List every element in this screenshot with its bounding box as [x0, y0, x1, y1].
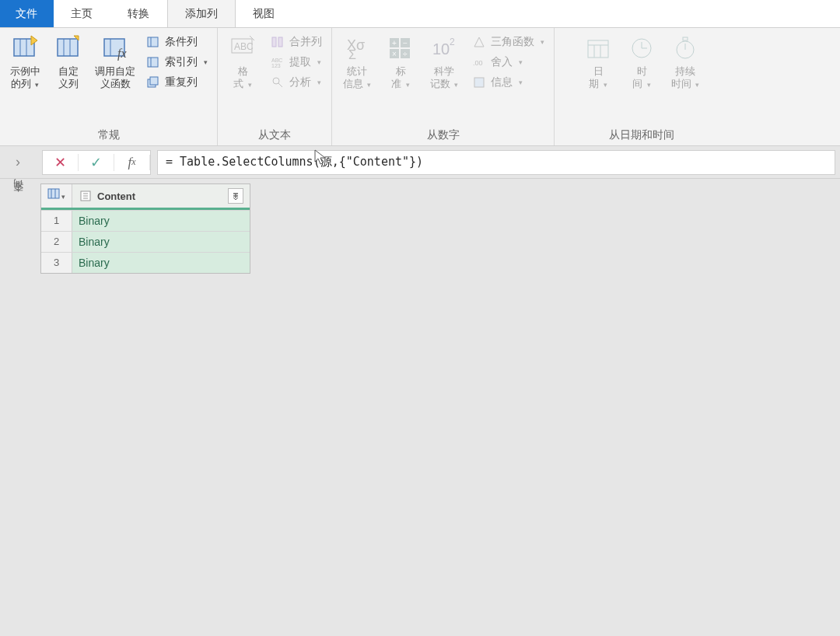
row-number: 2: [41, 232, 72, 252]
svg-text:−: −: [403, 39, 408, 47]
column-header-content[interactable]: Content: [72, 184, 250, 208]
group-label-text: 从文本: [222, 125, 327, 144]
formula-bar: › ✕ ✓ fx: [0, 146, 840, 179]
accept-formula-button[interactable]: ✓: [79, 154, 114, 171]
svg-rect-29: [401, 38, 410, 47]
group-label-datetime: 从日期和时间: [578, 125, 705, 144]
svg-text:×: ×: [392, 50, 397, 58]
svg-rect-13: [148, 58, 158, 67]
information-icon: [472, 75, 486, 89]
svg-rect-28: [390, 38, 399, 47]
select-all-corner[interactable]: ▾: [41, 184, 72, 208]
standard-button: +−×÷ 标 准 ▾: [380, 31, 421, 91]
invoke-custom-function-button[interactable]: fx 调用自定 义函数: [92, 31, 138, 90]
tab-transform[interactable]: 转换: [110, 0, 167, 27]
index-column-button[interactable]: 索引列▾: [142, 53, 212, 72]
cancel-formula-button[interactable]: ✕: [43, 154, 79, 171]
time-button: 时 间 ▾: [621, 31, 662, 91]
tab-file[interactable]: 文件: [0, 0, 54, 27]
merge-columns-button: 合并列: [266, 33, 327, 51]
svg-text:fx: fx: [117, 47, 127, 61]
duplicate-column-button[interactable]: 重复列: [142, 73, 212, 92]
svg-rect-40: [474, 78, 484, 87]
duplicate-column-icon: [146, 75, 160, 89]
custom-column-button[interactable]: 自定 义列: [48, 31, 89, 90]
ribbon-group-datetime: 日 期 ▾ 时 间 ▾ 持续 时间 ▾ 从日期和时间: [555, 28, 729, 145]
formula-controls: ✕ ✓ fx: [42, 150, 151, 175]
tab-add-column[interactable]: 添加列: [167, 0, 236, 27]
svg-point-48: [677, 41, 694, 58]
statistics-button: XσΣ 统计 信息 ▾: [337, 31, 377, 91]
scientific-icon: 102: [431, 34, 457, 61]
row-number: 1: [41, 211, 72, 231]
merge-columns-icon: [271, 35, 285, 49]
trigonometry-button: 三角函数▾: [467, 33, 549, 51]
formula-input[interactable]: [157, 150, 835, 175]
data-grid: ▾ Content 1 Binary: [40, 183, 250, 274]
column-expand-button[interactable]: [228, 188, 243, 204]
svg-text:ABC: ABC: [234, 41, 254, 52]
svg-text:.00: .00: [473, 59, 483, 67]
cell-content[interactable]: Binary: [72, 253, 250, 273]
column-from-examples-icon: [12, 34, 38, 61]
ribbon: 示例中 的列 ▾ 自定 义列 fx 调用自定 义函数 条件列: [0, 28, 840, 146]
date-button: 日 期 ▾: [578, 31, 618, 91]
fx-icon[interactable]: fx: [114, 155, 150, 170]
svg-rect-4: [58, 39, 78, 56]
queries-pane-label[interactable]: 查询: [11, 194, 25, 201]
svg-line-19: [250, 36, 254, 40]
table-row[interactable]: 3 Binary: [41, 252, 250, 273]
column-from-examples-button[interactable]: 示例中 的列 ▾: [5, 31, 45, 91]
ribbon-group-text: ABC 格 式 ▾ 合并列 ABC123 提取▾: [218, 28, 332, 145]
content-area: 查询 ▾ Content: [0, 179, 840, 636]
svg-point-24: [273, 78, 279, 84]
svg-text:ABC: ABC: [271, 58, 282, 63]
parse-icon: [271, 75, 285, 89]
ribbon-group-number: XσΣ 统计 信息 ▾ +−×÷ 标 准 ▾ 102 科学 记数 ▾: [332, 28, 555, 145]
table-row[interactable]: 2 Binary: [41, 231, 250, 252]
svg-text:+: +: [392, 39, 397, 47]
parse-button: 分析▾: [266, 73, 327, 92]
svg-rect-51: [48, 189, 59, 198]
format-button: ABC 格 式 ▾: [222, 31, 263, 91]
row-number: 3: [41, 253, 72, 273]
statistics-icon: XσΣ: [344, 34, 370, 61]
cell-content[interactable]: Binary: [72, 211, 250, 231]
format-icon: ABC: [229, 34, 256, 61]
svg-point-45: [632, 39, 651, 58]
group-label-number: 从数字: [337, 125, 549, 144]
svg-line-25: [278, 83, 282, 87]
group-label-general: 常规: [5, 125, 212, 144]
invoke-function-icon: fx: [102, 34, 128, 61]
stopwatch-icon: [672, 34, 698, 61]
svg-rect-21: [278, 37, 282, 47]
rounding-button: .00 舍入▾: [467, 53, 549, 72]
table-row[interactable]: 1 Binary: [41, 210, 250, 231]
tab-home[interactable]: 主页: [54, 0, 110, 27]
svg-rect-49: [683, 37, 688, 40]
conditional-column-button[interactable]: 条件列: [142, 33, 212, 51]
extract-icon: ABC123: [271, 55, 285, 69]
extract-button: ABC123 提取▾: [266, 53, 327, 72]
svg-rect-31: [401, 49, 410, 58]
side-gutter: 查询: [0, 179, 36, 636]
svg-rect-11: [148, 37, 158, 47]
custom-column-icon: [55, 34, 82, 61]
conditional-column-icon: [146, 35, 160, 49]
tab-view[interactable]: 视图: [236, 0, 292, 27]
expand-queries-handle[interactable]: ›: [0, 154, 36, 170]
ribbon-group-general: 示例中 的列 ▾ 自定 义列 fx 调用自定 义函数 条件列: [0, 28, 218, 145]
svg-text:123: 123: [271, 63, 281, 68]
svg-text:Σ: Σ: [348, 48, 356, 59]
svg-text:Xσ: Xσ: [347, 37, 365, 53]
tab-strip: 文件 主页 转换 添加列 视图: [0, 0, 840, 28]
scientific-button: 102 科学 记数 ▾: [424, 31, 464, 91]
standard-icon: +−×÷: [387, 34, 414, 61]
clock-icon: [628, 34, 655, 61]
svg-text:2: 2: [450, 37, 455, 47]
svg-text:÷: ÷: [403, 50, 408, 58]
binary-type-icon: [79, 189, 93, 203]
rounding-icon: .00: [472, 55, 486, 69]
cell-content[interactable]: Binary: [72, 232, 250, 252]
triangle-icon: [472, 35, 486, 49]
